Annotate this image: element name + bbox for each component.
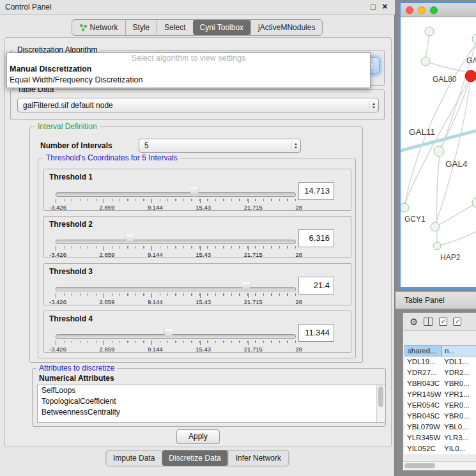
horizontal-scrollbar[interactable] [403,461,476,470]
table-panel-titlebar[interactable]: Table Panel [395,291,476,309]
tab-impute-data[interactable]: Impute Data [106,450,162,466]
cell[interactable]: YBR045C [404,411,441,422]
cell[interactable]: YBR0... [441,378,476,389]
combo-stepper[interactable]: ▲▼ [291,141,298,150]
slider-track[interactable] [56,192,296,197]
cell[interactable]: YBR043C [404,378,441,389]
node[interactable] [425,27,434,36]
tab-infer-network[interactable]: Infer Network [228,450,288,466]
table-row[interactable]: YDL19...YDL1... [404,357,476,367]
cell[interactable]: YPR1... [441,389,476,400]
threshold-2-panel: Threshold 2 -3.4262.8599.14415.4321.7152… [43,216,351,258]
node[interactable] [472,34,476,44]
node-selected-red[interactable] [465,70,476,82]
node-label: GAL80 [433,75,457,84]
column-header-shared-name[interactable]: shared... [404,345,441,357]
combo-stepper[interactable]: ▲▼ [369,100,376,110]
cell[interactable]: YIL052C [404,443,441,454]
node-gal80[interactable] [421,57,430,66]
float-window-icon[interactable]: □ [371,2,376,12]
node-label: GCY1 [404,215,426,224]
table-row[interactable]: YLR345WYLR3... [404,433,476,443]
select-none-checkbox-icon[interactable]: ✓ [453,318,461,326]
list-scrollbar[interactable] [376,385,385,422]
tab-cyni-toolbox[interactable]: Cyni Toolbox [193,20,250,35]
slider-track[interactable] [56,240,296,244]
columns-icon[interactable] [424,318,433,326]
list-item[interactable]: SelfLoops [38,385,385,396]
cell[interactable]: YDR2... [441,367,476,378]
cell[interactable]: YDL19... [404,357,441,367]
cell[interactable]: YPR145W [404,389,441,400]
node-gcy1[interactable] [401,203,409,212]
network-canvas[interactable]: GAL80 GAL11 GAL4 GCY1 HAP2 GA [401,17,476,287]
close-window-icon[interactable]: × [382,1,388,12]
cell[interactable]: YBL079W [404,422,441,433]
cell[interactable]: YLR345W [404,433,441,443]
close-traffic-light[interactable] [406,6,413,14]
cell[interactable]: YBR0... [441,411,476,422]
table-row[interactable]: YER054CYER0... [404,400,476,411]
cell[interactable]: YIL0... [441,443,476,454]
table-row[interactable]: YBR045CYBR0... [404,411,476,422]
minimize-traffic-light[interactable] [418,6,426,14]
cell[interactable]: YER0... [441,400,476,411]
tab-label: Select [164,20,185,35]
list-item[interactable]: BetweennessCentrality [38,407,385,418]
dropdown-item-equal-width-frequency[interactable]: Equal Width/Frequency Discretization [7,75,370,86]
scale-tick-label: 9.144 [148,204,163,211]
threshold-1-slider[interactable]: -3.4262.8599.14415.4321.71528 [54,185,297,210]
number-of-intervals-combobox[interactable]: 5 ▲▼ [139,139,301,153]
table-row[interactable]: YBR043CYBR0... [404,378,476,389]
slider-track[interactable] [56,287,296,291]
tab-jactivemnodules[interactable]: jActiveMNodules [250,20,322,35]
slider-track[interactable] [56,334,296,339]
node[interactable] [472,197,476,208]
gear-icon[interactable]: ⚙ [410,317,418,326]
cell[interactable]: YDL1... [441,357,476,367]
scale-tick-label: -3.426 [49,251,66,258]
list-item[interactable]: TopologicalCoefficient [38,396,385,407]
threshold-value-field[interactable]: 6.316 [298,229,334,247]
table-row[interactable]: YBL079WYBL0... [404,422,476,433]
apply-button[interactable]: Apply [176,429,220,444]
scale-tick-label: -3.426 [49,346,66,353]
node[interactable] [431,222,440,231]
table-data-combobox[interactable]: galFiltered.sif default node ▲▼ [17,98,379,112]
tab-discretize-data[interactable]: Discretize Data [162,450,227,466]
cell[interactable]: YBL0... [441,422,476,433]
group-title: Attributes to discretize [36,364,117,372]
column-header-name[interactable]: n... [441,345,476,357]
table-panel-window: ⚙ ✓ ✓ shared... n... YDL19...YDL1... YDR… [403,312,476,471]
slider-major-ticks [56,293,296,298]
threshold-value-field[interactable]: 14.713 [298,182,334,200]
tab-style[interactable]: Style [125,20,157,35]
threshold-value-field[interactable]: 11.344 [298,324,334,342]
tab-label: jActiveMNodules [258,20,315,35]
tab-network[interactable]: Network [72,20,125,35]
numerical-attributes-list[interactable]: SelfLoops TopologicalCoefficient Between… [37,385,386,423]
network-window-titlebar[interactable] [401,3,476,17]
node-hap2[interactable] [433,242,441,250]
dropdown-item-manual-discretization[interactable]: Manual Discretization [7,64,370,75]
threshold-2-slider[interactable]: -3.4262.8599.14415.4321.71528 [54,232,297,257]
table-row[interactable]: YPR145WYPR1... [404,389,476,400]
threshold-4-slider[interactable]: -3.4262.8599.14415.4321.71528 [54,326,297,352]
tab-select[interactable]: Select [157,20,192,35]
select-all-checkbox-icon[interactable]: ✓ [439,318,447,326]
zoom-traffic-light[interactable] [430,6,438,14]
cell[interactable]: YLR3... [441,433,476,443]
threshold-value-field[interactable]: 21.4 [298,277,334,295]
cell[interactable]: YDR27... [404,367,441,378]
group-title: Threshold's Coordinates for 5 Intervals [43,153,180,162]
scale-tick-label: -3.426 [49,204,66,211]
table-row[interactable]: YIL052CYIL0... [404,443,476,454]
slider-major-ticks [56,341,296,345]
cell[interactable]: YER054C [404,400,441,411]
scrollbar-thumb[interactable] [404,463,435,468]
node-gal4[interactable] [434,146,444,157]
control-panel-titlebar[interactable]: Control Panel □ × [0,0,395,15]
table-row[interactable]: YDR27...YDR2... [404,367,476,378]
scrollbar-thumb[interactable] [378,387,383,407]
threshold-3-slider[interactable]: -3.4262.8599.14415.4321.71528 [54,279,297,305]
